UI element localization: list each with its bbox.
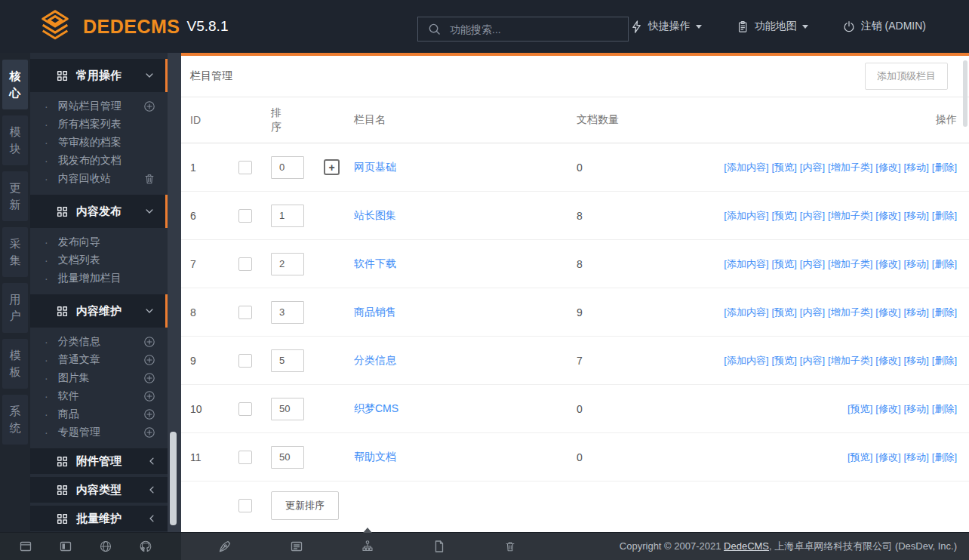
- action-link[interactable]: [修改]: [875, 258, 900, 269]
- vertical-tab-2[interactable]: 模块: [2, 115, 28, 165]
- search-input[interactable]: [448, 23, 628, 36]
- sort-input[interactable]: [271, 301, 304, 324]
- sort-input[interactable]: [271, 398, 304, 420]
- action-link[interactable]: [移动]: [904, 210, 929, 221]
- list-icon[interactable]: [290, 540, 303, 553]
- action-link[interactable]: [修改]: [875, 306, 900, 318]
- row-checkbox[interactable]: [238, 451, 252, 464]
- action-link[interactable]: [删除]: [932, 258, 957, 269]
- sidebar-section-header-4[interactable]: 附件管理: [30, 448, 168, 474]
- category-link[interactable]: 网页基础: [354, 161, 396, 173]
- action-link[interactable]: [删除]: [932, 451, 957, 463]
- vertical-tab-7[interactable]: 系统: [2, 395, 28, 445]
- sort-input[interactable]: [271, 446, 304, 469]
- plus-circle-icon[interactable]: [143, 354, 155, 366]
- action-link[interactable]: [内容]: [800, 355, 825, 366]
- action-link[interactable]: [预览]: [847, 451, 872, 463]
- sidebar-item[interactable]: ·所有档案列表: [30, 115, 168, 134]
- sidebar-item[interactable]: ·发布向导: [30, 233, 168, 251]
- action-link[interactable]: [增加子类]: [828, 306, 872, 318]
- sidebar-item[interactable]: ·内容回收站: [30, 170, 168, 188]
- logout-menu[interactable]: 注销 (ADMIN): [843, 20, 926, 33]
- action-link[interactable]: [添加内容]: [724, 355, 768, 366]
- sidebar-scrollbar[interactable]: [168, 53, 181, 532]
- sidebar-section-header-3[interactable]: 内容维护: [30, 294, 168, 328]
- plus-circle-icon[interactable]: [143, 408, 155, 420]
- dedecms-link[interactable]: DedeCMS: [724, 540, 769, 552]
- sort-input[interactable]: [271, 156, 304, 179]
- sidebar-item[interactable]: ·图片集: [30, 369, 168, 387]
- sidebar-section-header-2[interactable]: 内容发布: [30, 195, 168, 228]
- trash-icon[interactable]: [143, 173, 155, 185]
- row-checkbox[interactable]: [238, 209, 252, 223]
- sidebar-section-header-1[interactable]: 常用操作: [30, 59, 168, 92]
- add-top-category-button[interactable]: 添加顶级栏目: [865, 63, 948, 90]
- action-link[interactable]: [添加内容]: [724, 162, 768, 173]
- action-link[interactable]: [修改]: [875, 451, 900, 463]
- category-link[interactable]: 帮助文档: [354, 451, 396, 463]
- row-checkbox[interactable]: [238, 402, 252, 416]
- sidebar-item[interactable]: ·我发布的文档: [30, 152, 168, 170]
- plus-circle-icon[interactable]: [143, 426, 155, 438]
- sidebar-item[interactable]: ·普通文章: [30, 351, 168, 369]
- action-link[interactable]: [修改]: [875, 403, 900, 414]
- category-link[interactable]: 织梦CMS: [354, 402, 398, 414]
- action-link[interactable]: [预览]: [772, 258, 797, 269]
- update-sort-button[interactable]: 更新排序: [271, 491, 339, 520]
- feature-map-menu[interactable]: 功能地图: [737, 20, 808, 33]
- action-link[interactable]: [预览]: [772, 355, 797, 366]
- action-link[interactable]: [删除]: [932, 355, 957, 366]
- sidebar-scrollbar-thumb[interactable]: [170, 432, 177, 525]
- row-checkbox[interactable]: [238, 257, 252, 271]
- action-link[interactable]: [增加子类]: [828, 258, 872, 269]
- action-link[interactable]: [预览]: [772, 210, 797, 221]
- sidebar-item[interactable]: ·软件: [30, 387, 168, 405]
- row-checkbox[interactable]: [238, 354, 252, 368]
- sidebar-item[interactable]: ·分类信息: [30, 333, 168, 351]
- vertical-tab-4[interactable]: 采集: [2, 227, 28, 277]
- sidebar-item[interactable]: ·商品: [30, 405, 168, 423]
- sidebar-item[interactable]: ·批量增加栏目: [30, 269, 168, 288]
- action-link[interactable]: [预览]: [772, 162, 797, 173]
- action-link[interactable]: [删除]: [932, 210, 957, 221]
- category-link[interactable]: 商品销售: [354, 306, 396, 318]
- action-link[interactable]: [添加内容]: [724, 210, 768, 221]
- document-icon[interactable]: [432, 540, 446, 553]
- vertical-tab-3[interactable]: 更新: [2, 171, 28, 221]
- category-link[interactable]: 站长图集: [354, 209, 396, 221]
- main-scrollbar-thumb[interactable]: [963, 60, 967, 127]
- action-link[interactable]: [内容]: [800, 306, 825, 318]
- sidebar-item[interactable]: ·网站栏目管理: [30, 97, 168, 115]
- vertical-tab-1[interactable]: 核心: [2, 60, 28, 109]
- sidebar-item[interactable]: ·文档列表: [30, 251, 168, 269]
- action-link[interactable]: [修改]: [875, 210, 900, 221]
- select-all-checkbox[interactable]: [238, 499, 252, 512]
- logo[interactable]: DEDECMS V5.8.1: [38, 9, 228, 44]
- action-link[interactable]: [添加内容]: [724, 306, 768, 318]
- category-link[interactable]: 分类信息: [354, 354, 396, 366]
- vertical-tab-5[interactable]: 用户: [2, 283, 28, 333]
- row-checkbox[interactable]: [238, 161, 252, 174]
- plus-circle-icon[interactable]: [143, 336, 155, 348]
- sitemap-icon[interactable]: [361, 540, 374, 553]
- action-link[interactable]: [添加内容]: [724, 258, 768, 269]
- action-link[interactable]: [删除]: [932, 306, 957, 318]
- category-link[interactable]: 软件下载: [354, 257, 396, 269]
- action-link[interactable]: [内容]: [800, 162, 825, 173]
- sidebar-section-header-6[interactable]: 批量维护: [30, 506, 168, 531]
- action-link[interactable]: [删除]: [932, 403, 957, 414]
- action-link[interactable]: [预览]: [772, 306, 797, 318]
- action-link[interactable]: [增加子类]: [828, 210, 872, 221]
- action-link[interactable]: [增加子类]: [828, 162, 872, 173]
- global-search[interactable]: [417, 17, 629, 42]
- sort-input[interactable]: [271, 349, 304, 372]
- plus-circle-icon[interactable]: [143, 100, 155, 112]
- vertical-tab-6[interactable]: 模板: [2, 339, 28, 389]
- action-link[interactable]: [移动]: [904, 403, 929, 414]
- action-link[interactable]: [修改]: [875, 162, 900, 173]
- action-link[interactable]: [删除]: [932, 162, 957, 173]
- action-link[interactable]: [移动]: [904, 355, 929, 366]
- window-icon[interactable]: [19, 540, 32, 553]
- trash-icon[interactable]: [504, 540, 516, 552]
- github-icon[interactable]: [139, 540, 152, 553]
